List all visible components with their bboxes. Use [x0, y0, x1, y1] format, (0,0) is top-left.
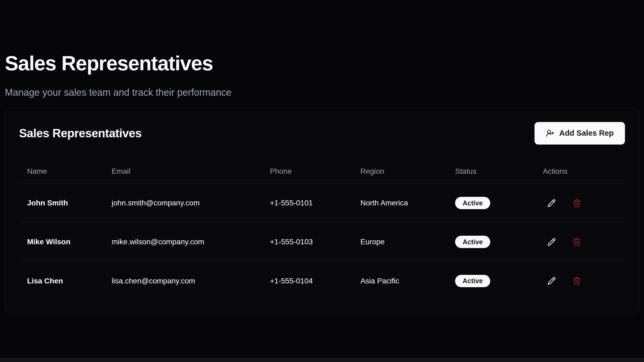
cell-email: mike.wilson@company.com: [104, 223, 262, 261]
page-title: Sales Representatives: [5, 0, 639, 75]
edit-button[interactable]: [543, 272, 560, 290]
cell-region: Asia Pacific: [352, 261, 447, 300]
cell-name: Mike Wilson: [19, 223, 104, 261]
column-header-name: Name: [19, 159, 104, 184]
page-subtitle: Manage your sales team and track their p…: [5, 86, 639, 99]
cell-email: lisa.chen@company.com: [104, 261, 262, 300]
pencil-icon: [547, 277, 556, 285]
cell-phone: +1-555-0101: [262, 184, 352, 223]
trash-icon: [573, 277, 581, 285]
cell-phone: +1-555-0104: [262, 261, 352, 300]
user-plus-icon: [546, 129, 554, 138]
pencil-icon: [547, 238, 556, 246]
status-badge: Active: [455, 275, 490, 287]
column-header-email: Email: [104, 159, 262, 184]
card-title: Sales Representatives: [19, 127, 142, 140]
column-header-actions: Actions: [535, 159, 625, 184]
cell-email: john.smith@company.com: [104, 184, 262, 223]
cell-status: Active: [447, 261, 535, 300]
table-row: John Smith john.smith@company.com +1-555…: [19, 184, 625, 223]
sales-reps-card: Sales Representatives Add Sales Rep: [5, 108, 639, 313]
cell-region: Europe: [352, 223, 447, 261]
cell-status: Active: [447, 223, 535, 261]
table-header-row: Name Email Phone Region Status Actions: [19, 159, 625, 184]
cell-name: John Smith: [19, 184, 104, 223]
pencil-icon: [547, 199, 556, 207]
status-badge: Active: [455, 197, 490, 209]
page: Sales Representatives Manage your sales …: [0, 0, 644, 313]
cell-region: North America: [352, 184, 447, 223]
bottom-edge-bar: [0, 358, 644, 362]
table-row: Mike Wilson mike.wilson@company.com +1-5…: [19, 223, 625, 261]
trash-icon: [573, 199, 581, 207]
delete-button[interactable]: [568, 194, 585, 212]
cell-status: Active: [447, 184, 535, 223]
column-header-status: Status: [447, 159, 535, 184]
cell-actions: [535, 184, 625, 223]
trash-icon: [573, 238, 581, 246]
edit-button[interactable]: [543, 233, 560, 250]
table-row: Lisa Chen lisa.chen@company.com +1-555-0…: [19, 261, 625, 300]
cell-name: Lisa Chen: [19, 261, 104, 300]
status-badge: Active: [455, 236, 490, 248]
delete-button[interactable]: [568, 233, 585, 250]
delete-button[interactable]: [568, 272, 585, 290]
cell-actions: [535, 223, 625, 261]
cell-actions: [535, 261, 625, 300]
add-sales-rep-button[interactable]: Add Sales Rep: [535, 122, 625, 145]
add-sales-rep-button-label: Add Sales Rep: [559, 129, 614, 138]
cell-phone: +1-555-0103: [262, 223, 352, 261]
card-header: Sales Representatives Add Sales Rep: [5, 108, 639, 145]
column-header-phone: Phone: [262, 159, 352, 184]
sales-reps-table: Name Email Phone Region Status Actions J…: [19, 159, 625, 300]
edit-button[interactable]: [543, 194, 560, 212]
column-header-region: Region: [352, 159, 447, 184]
